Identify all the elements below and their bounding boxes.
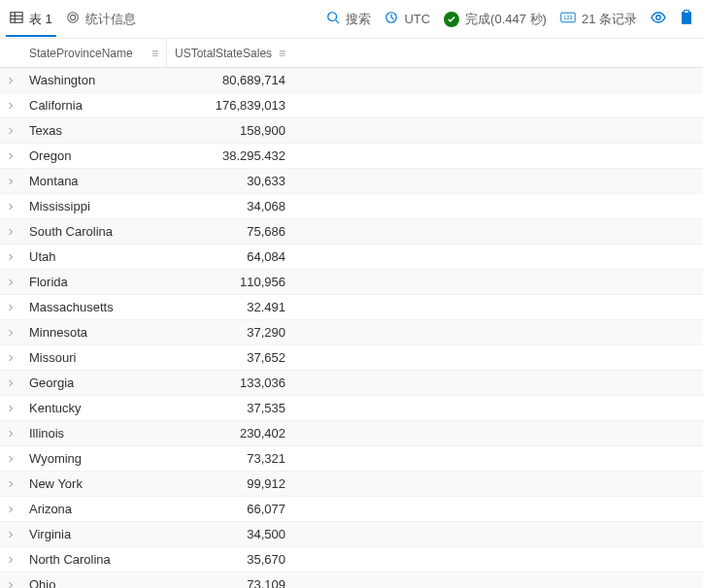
expand-row-button[interactable] (0, 68, 21, 92)
expand-row-button[interactable] (0, 270, 21, 294)
svg-rect-13 (685, 11, 689, 14)
cell-sales: 66,077 (167, 497, 293, 521)
cell-sales: 37,290 (167, 320, 293, 344)
cell-sales: 176,839,013 (167, 93, 293, 117)
table-row[interactable]: South Carolina75,686 (0, 219, 703, 245)
table-row[interactable]: Georgia133,036 (0, 371, 703, 396)
svg-rect-0 (11, 13, 22, 23)
expand-row-button[interactable] (0, 144, 21, 168)
table-row[interactable]: Massachusetts32.491 (0, 295, 703, 320)
cell-sales: 32.491 (167, 295, 293, 319)
table-row[interactable]: Ohio73,109 (0, 572, 703, 588)
chevron-right-icon (8, 555, 14, 565)
cell-sales: 158,900 (167, 118, 293, 143)
cell-sales: 34,068 (167, 194, 293, 218)
table-row[interactable]: Mississippi34,068 (0, 194, 703, 219)
expand-row-button[interactable] (0, 245, 21, 269)
expand-row-button[interactable] (0, 522, 21, 546)
table-row[interactable]: Washington80,689,714 (0, 68, 703, 93)
expand-row-button[interactable] (0, 547, 21, 572)
table-icon (10, 11, 23, 27)
svg-point-5 (70, 15, 75, 19)
svg-point-11 (656, 16, 660, 19)
cell-state: Ohio (21, 572, 167, 588)
toolbar: 表 1 统计信息 搜索 UTC 完成(0.447 秒) 123 21 条记录 (0, 0, 703, 39)
table-row[interactable]: Montana30,633 (0, 169, 703, 194)
table-row[interactable]: Texas158,900 (0, 118, 703, 144)
stats-label: 统计信息 (85, 11, 136, 28)
expand-row-button[interactable] (0, 320, 21, 344)
table-body: Washington80,689,714California176,839,01… (0, 68, 703, 588)
expand-row-button[interactable] (0, 169, 21, 193)
chevron-right-icon (8, 76, 14, 85)
search-icon (326, 11, 340, 27)
clipboard-button[interactable] (680, 10, 693, 28)
table-row[interactable]: California176,839,013 (0, 93, 703, 118)
column-header-state[interactable]: StateProvinceName ≡ (21, 39, 167, 67)
chevron-right-icon (8, 505, 14, 514)
svg-point-4 (68, 13, 79, 23)
timezone-label: UTC (404, 12, 430, 26)
chevron-right-icon (8, 177, 14, 186)
chevron-right-icon (8, 353, 14, 363)
records-count[interactable]: 123 21 条记录 (560, 11, 637, 28)
cell-sales: 64,084 (167, 245, 293, 269)
expand-row-button[interactable] (0, 472, 21, 496)
tab-stats[interactable]: 统计信息 (66, 11, 136, 28)
expand-row-button[interactable] (0, 194, 21, 218)
table-row[interactable]: Arizona66,077 (0, 497, 703, 522)
chevron-right-icon (8, 151, 14, 161)
table-row[interactable]: Kentucky37,535 (0, 396, 703, 421)
hide-columns-button[interactable] (651, 10, 666, 28)
expand-row-button[interactable] (0, 421, 21, 445)
chevron-right-icon (8, 378, 14, 388)
chevron-right-icon (8, 278, 14, 287)
table-row[interactable]: Oregon38.295.432 (0, 144, 703, 169)
expand-row-button[interactable] (0, 295, 21, 319)
expand-row-button[interactable] (0, 219, 21, 244)
cell-state: Missouri (21, 345, 167, 370)
table-header: StateProvinceName ≡ USTotalStateSales ≡ (0, 39, 703, 68)
table-row[interactable]: Minnesota37,290 (0, 320, 703, 345)
table-row[interactable]: Utah64,084 (0, 245, 703, 270)
check-circle-icon (444, 12, 459, 27)
expand-row-button[interactable] (0, 396, 21, 420)
expand-row-button[interactable] (0, 497, 21, 521)
cell-sales: 38.295.432 (167, 144, 293, 168)
expand-row-button[interactable] (0, 118, 21, 143)
expand-row-button[interactable] (0, 446, 21, 471)
table-row[interactable]: Virginia34,500 (0, 522, 703, 547)
chevron-right-icon (8, 580, 14, 589)
expand-row-button[interactable] (0, 93, 21, 117)
expand-row-button[interactable] (0, 572, 21, 588)
chevron-right-icon (8, 404, 14, 413)
cell-sales: 99,912 (167, 472, 293, 496)
column-header-sales[interactable]: USTotalStateSales ≡ (167, 39, 293, 67)
cell-state: Minnesota (21, 320, 167, 344)
table-row[interactable]: Missouri37,652 (0, 345, 703, 371)
table-row[interactable]: North Carolina35,670 (0, 547, 703, 572)
cell-sales: 35,670 (167, 547, 293, 572)
cell-state: Texas (21, 118, 167, 143)
cell-state: Wyoming (21, 446, 167, 471)
chevron-right-icon (8, 328, 14, 338)
expand-row-button[interactable] (0, 371, 21, 395)
cell-sales: 230,402 (167, 421, 293, 445)
cell-state: New York (21, 472, 167, 496)
table-row[interactable]: New York99,912 (0, 472, 703, 497)
column-label: StateProvinceName (29, 47, 133, 60)
cell-state: Illinois (21, 421, 167, 445)
table-row[interactable]: Florida110,956 (0, 270, 703, 295)
cell-state: Montana (21, 169, 167, 193)
table-row[interactable]: Illinois230,402 (0, 421, 703, 446)
table-row[interactable]: Wyoming73,321 (0, 446, 703, 472)
cell-state: Massachusetts (21, 295, 167, 319)
cell-sales: 133,036 (167, 371, 293, 395)
svg-point-6 (328, 13, 337, 21)
search-button[interactable]: 搜索 (326, 11, 371, 28)
expand-row-button[interactable] (0, 345, 21, 370)
timezone-button[interactable]: UTC (385, 11, 430, 27)
cell-state: Kentucky (21, 396, 167, 420)
chevron-right-icon (8, 227, 14, 237)
tab-table-1[interactable]: 表 1 (10, 11, 52, 36)
